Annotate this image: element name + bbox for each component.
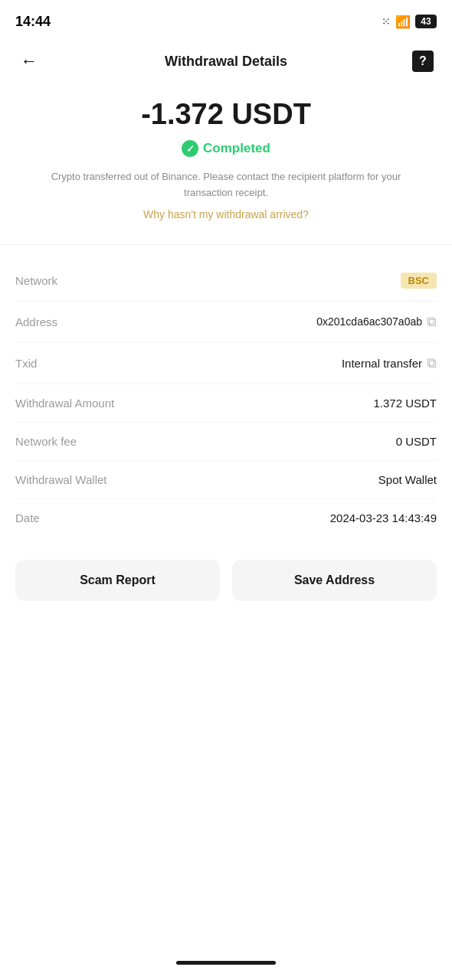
withdrawal-wallet-value: Spot Wallet <box>378 473 437 486</box>
txid-value: Internal transfer ⧉ <box>342 355 437 371</box>
header: ← Withdrawal Details ? <box>0 40 452 83</box>
home-indicator <box>0 946 452 972</box>
date-row: Date 2024-03-23 14:43:49 <box>15 499 437 537</box>
network-fee-row: Network fee 0 USDT <box>15 423 437 461</box>
date-label: Date <box>15 511 40 524</box>
status-icons: ⁙ 📶 43 <box>382 15 437 29</box>
battery-level: 43 <box>415 15 437 28</box>
address-value: 0x201cda6ac307a0ab ⧉ <box>316 314 437 330</box>
save-address-button[interactable]: Save Address <box>232 560 437 601</box>
status-completed: ✓ Completed <box>182 140 270 157</box>
status-bar: 14:44 ⁙ 📶 43 <box>0 0 452 40</box>
network-fee-value: 0 USDT <box>396 435 437 448</box>
txid-copy-icon[interactable]: ⧉ <box>427 355 437 371</box>
check-circle-icon: ✓ <box>182 140 198 157</box>
scam-report-button[interactable]: Scam Report <box>15 560 220 601</box>
buttons-section: Scam Report Save Address <box>0 537 452 616</box>
signal-icon: ⁙ <box>382 15 391 28</box>
page-title: Withdrawal Details <box>165 54 287 70</box>
address-text: 0x201cda6ac307a0ab <box>316 315 422 328</box>
bsc-badge: BSC <box>401 273 437 289</box>
description-text: Crypto transferred out of Binance. Pleas… <box>42 169 410 201</box>
withdrawal-wallet-label: Withdrawal Wallet <box>15 473 106 486</box>
network-label: Network <box>15 274 57 287</box>
details-section: Network BSC Address 0x201cda6ac307a0ab ⧉… <box>0 260 452 537</box>
amount-value: -1.372 USDT <box>15 98 437 131</box>
address-row: Address 0x201cda6ac307a0ab ⧉ <box>15 302 437 343</box>
withdrawal-wallet-row: Withdrawal Wallet Spot Wallet <box>15 461 437 499</box>
section-divider <box>0 244 452 245</box>
network-fee-label: Network fee <box>15 435 77 448</box>
withdrawal-amount-row: Withdrawal Amount 1.372 USDT <box>15 384 437 423</box>
withdrawal-amount-value: 1.372 USDT <box>373 397 437 410</box>
address-label: Address <box>15 315 57 328</box>
txid-text: Internal transfer <box>342 357 422 370</box>
wifi-icon: 📶 <box>395 15 411 29</box>
address-copy-icon[interactable]: ⧉ <box>427 314 437 330</box>
txid-label: Txid <box>15 357 37 370</box>
help-button[interactable]: ? <box>409 47 437 75</box>
amount-section: -1.372 USDT ✓ Completed Crypto transferr… <box>0 83 452 229</box>
home-bar <box>176 961 276 965</box>
status-text: Completed <box>203 141 270 156</box>
network-row: Network BSC <box>15 260 437 302</box>
back-button[interactable]: ← <box>15 47 43 75</box>
txid-row: Txid Internal transfer ⧉ <box>15 343 437 384</box>
back-arrow-icon: ← <box>21 51 38 71</box>
network-value: BSC <box>401 273 437 289</box>
withdrawal-amount-label: Withdrawal Amount <box>15 397 114 410</box>
why-not-arrived-link[interactable]: Why hasn't my withdrawal arrived? <box>143 208 309 220</box>
help-icon: ? <box>412 51 434 72</box>
withdrawal-wallet-text: Spot Wallet <box>378 473 437 486</box>
date-value: 2024-03-23 14:43:49 <box>330 511 437 524</box>
status-time: 14:44 <box>15 14 51 30</box>
date-text: 2024-03-23 14:43:49 <box>330 511 437 524</box>
withdrawal-amount-text: 1.372 USDT <box>373 397 437 410</box>
network-fee-text: 0 USDT <box>396 435 437 448</box>
